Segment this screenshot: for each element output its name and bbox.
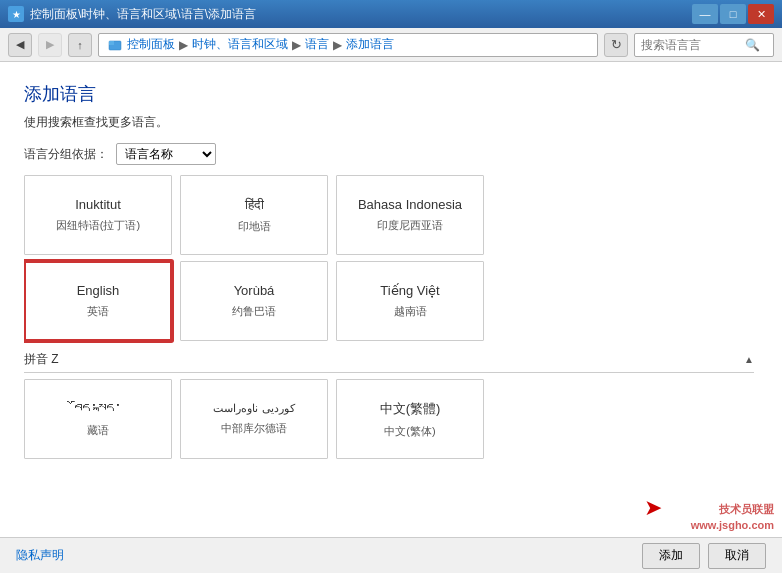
lang-native-yoruba: Yorùbá — [234, 283, 275, 298]
language-grid-wrapper: Inuktitut 因纽特语(拉丁语) हिंदी 印地语 Bahasa Ind… — [24, 175, 758, 527]
lang-native-kurdish: كوردیی ناوەراست — [213, 402, 294, 415]
sort-row: 语言分组依据： 语言名称 地区 — [24, 143, 758, 165]
lang-card-hindi[interactable]: हिंदी 印地语 — [180, 175, 328, 255]
window-title: 控制面板\时钟、语言和区域\语言\添加语言 — [30, 6, 256, 23]
lang-chinese-tibetan: 藏语 — [87, 423, 109, 438]
lang-card-vietnamese[interactable]: Tiếng Việt 越南语 — [336, 261, 484, 341]
lang-card-tibetan[interactable]: བོད་སྐད་ 藏语 — [24, 379, 172, 459]
maximize-button[interactable]: □ — [720, 4, 746, 24]
lang-row: Inuktitut 因纽特语(拉丁语) हिंदी 印地语 Bahasa Ind… — [24, 175, 754, 255]
minimize-button[interactable]: — — [692, 4, 718, 24]
bottom-bar: 隐私声明 添加 取消 — [0, 537, 782, 573]
lang-card-inuktitut[interactable]: Inuktitut 因纽特语(拉丁语) — [24, 175, 172, 255]
forward-button[interactable]: ▶ — [38, 33, 62, 57]
title-bar-left: ★ 控制面板\时钟、语言和区域\语言\添加语言 — [8, 6, 256, 23]
lang-native-chinese-trad: 中文(繁體) — [380, 400, 441, 418]
lang-card-yoruba[interactable]: Yorùbá 约鲁巴语 — [180, 261, 328, 341]
cancel-button[interactable]: 取消 — [708, 543, 766, 569]
lang-chinese-vietnamese: 越南语 — [394, 304, 427, 319]
language-grid-scroll[interactable]: Inuktitut 因纽特语(拉丁语) हिंदी 印地语 Bahasa Ind… — [24, 175, 758, 527]
lang-row-z: བོད་སྐད་ 藏语 كوردیی ناوەراست 中部库尔德语 中文(繁體… — [24, 379, 754, 459]
lang-chinese-indonesian: 印度尼西亚语 — [377, 218, 443, 233]
section-label-z: 拼音 Z — [24, 351, 59, 368]
window-icon: ★ — [8, 6, 24, 22]
search-input[interactable] — [641, 38, 741, 52]
page-title: 添加语言 — [24, 82, 758, 106]
lang-chinese-kurdish: 中部库尔德语 — [221, 421, 287, 436]
section-header-z: 拼音 Z ▲ — [24, 347, 754, 373]
add-button[interactable]: 添加 — [642, 543, 700, 569]
lang-card-english[interactable]: English 英语 — [24, 261, 172, 341]
lang-native-vietnamese: Tiếng Việt — [380, 283, 439, 298]
lang-chinese-hindi: 印地语 — [238, 219, 271, 234]
lang-chinese-inuktitut: 因纽特语(拉丁语) — [56, 218, 140, 233]
lang-chinese-yoruba: 约鲁巴语 — [232, 304, 276, 319]
svg-rect-1 — [109, 41, 114, 45]
lang-card-indonesian[interactable]: Bahasa Indonesia 印度尼西亚语 — [336, 175, 484, 255]
lang-chinese-chinese-trad: 中文(繁体) — [384, 424, 435, 439]
lang-native-hindi: हिंदी — [245, 197, 264, 213]
lang-card-chinese-trad[interactable]: 中文(繁體) 中文(繁体) — [336, 379, 484, 459]
main-content: 添加语言 使用搜索框查找更多语言。 语言分组依据： 语言名称 地区 Inukti… — [0, 62, 782, 537]
sort-select[interactable]: 语言名称 地区 — [116, 143, 216, 165]
page-subtitle: 使用搜索框查找更多语言。 — [24, 114, 758, 131]
lang-native-english: English — [77, 283, 120, 298]
bottom-buttons: 添加 取消 — [642, 543, 766, 569]
privacy-link[interactable]: 隐私声明 — [16, 547, 64, 564]
address-bar: ◀ ▶ ↑ 控制面板 ▶ 时钟、语言和区域 ▶ 语言 ▶ 添加语言 ↻ 🔍 — [0, 28, 782, 62]
lang-native-tibetan: བོད་སྐད་ — [74, 400, 122, 417]
sort-label: 语言分组依据： — [24, 146, 108, 163]
path-item-1[interactable]: 控制面板 — [127, 36, 175, 53]
back-button[interactable]: ◀ — [8, 33, 32, 57]
search-box: 🔍 — [634, 33, 774, 57]
lang-native-inuktitut: Inuktitut — [75, 197, 121, 212]
path-icon — [107, 37, 123, 53]
lang-chinese-english: 英语 — [87, 304, 109, 319]
address-path: 控制面板 ▶ 时钟、语言和区域 ▶ 语言 ▶ 添加语言 — [98, 33, 598, 57]
up-button[interactable]: ↑ — [68, 33, 92, 57]
title-bar: ★ 控制面板\时钟、语言和区域\语言\添加语言 — □ ✕ — [0, 0, 782, 28]
lang-native-indonesian: Bahasa Indonesia — [358, 197, 462, 212]
search-icon: 🔍 — [745, 38, 760, 52]
refresh-button[interactable]: ↻ — [604, 33, 628, 57]
close-button[interactable]: ✕ — [748, 4, 774, 24]
section-collapse-z[interactable]: ▲ — [744, 354, 754, 365]
path-item-3[interactable]: 语言 — [305, 36, 329, 53]
lang-card-kurdish[interactable]: كوردیی ناوەراست 中部库尔德语 — [180, 379, 328, 459]
title-bar-buttons: — □ ✕ — [692, 4, 774, 24]
path-item-2[interactable]: 时钟、语言和区域 — [192, 36, 288, 53]
path-item-4[interactable]: 添加语言 — [346, 36, 394, 53]
lang-row-english: English 英语 Yorùbá 约鲁巴语 Tiếng Việt 越南语 — [24, 261, 754, 341]
